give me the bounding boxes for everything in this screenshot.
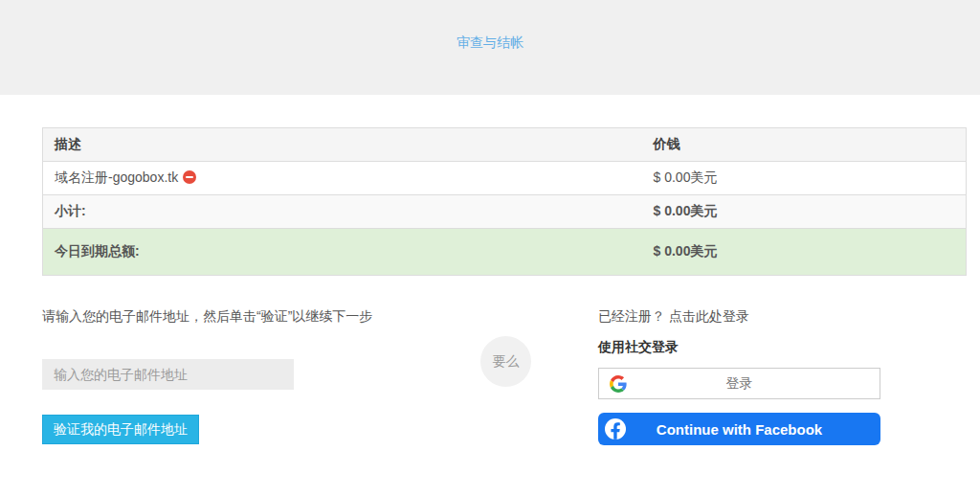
social-login-title: 使用社交登录 <box>598 339 679 356</box>
price-column-header: 价钱 <box>642 128 967 162</box>
table-row-domain: 域名注册-gogobox.tk $ 0.00美元 <box>43 162 967 195</box>
domain-item-label: 域名注册-gogobox.tk <box>55 169 178 185</box>
description-column-header: 描述 <box>43 128 642 162</box>
table-row-subtotal: 小计: $ 0.00美元 <box>43 195 967 229</box>
total-due-price: $ 0.00美元 <box>642 229 967 276</box>
subtotal-label: 小计: <box>43 195 642 229</box>
email-instruction: 请输入您的电子邮件地址，然后单击“验证”以继续下一步 <box>42 308 372 326</box>
google-login-button[interactable]: 登录 <box>598 368 880 399</box>
email-input[interactable] <box>42 359 294 390</box>
table-header-row: 描述 价钱 <box>43 128 967 162</box>
table-row-total-due: 今日到期总额: $ 0.00美元 <box>43 229 967 276</box>
domain-item-price: $ 0.00美元 <box>642 162 967 195</box>
facebook-icon <box>605 418 626 440</box>
remove-item-icon[interactable] <box>183 170 196 184</box>
checkout-page: 审查与结帐 描述 价钱 域名注册-gogobox.tk $ 0.00美元 小计:… <box>0 0 980 496</box>
order-summary-table: 描述 价钱 域名注册-gogobox.tk $ 0.00美元 小计: $ 0.0… <box>42 127 967 276</box>
facebook-login-button[interactable]: Continue with Facebook <box>598 413 880 445</box>
facebook-login-label: Continue with Facebook <box>657 421 822 438</box>
or-label: 要么 <box>493 353 520 371</box>
domain-item-cell: 域名注册-gogobox.tk <box>43 162 642 195</box>
subtotal-price: $ 0.00美元 <box>642 195 967 229</box>
or-divider: 要么 <box>480 336 531 387</box>
review-checkout-link[interactable]: 审查与结帐 <box>457 34 523 52</box>
verify-email-button[interactable]: 验证我的电子邮件地址 <box>42 415 199 444</box>
topbar: 审查与结帐 <box>0 0 980 95</box>
total-due-label: 今日到期总额: <box>43 229 642 276</box>
already-registered-login-link[interactable]: 已经注册？ 点击此处登录 <box>598 308 749 326</box>
google-login-label: 登录 <box>726 375 753 393</box>
google-icon <box>610 375 627 393</box>
